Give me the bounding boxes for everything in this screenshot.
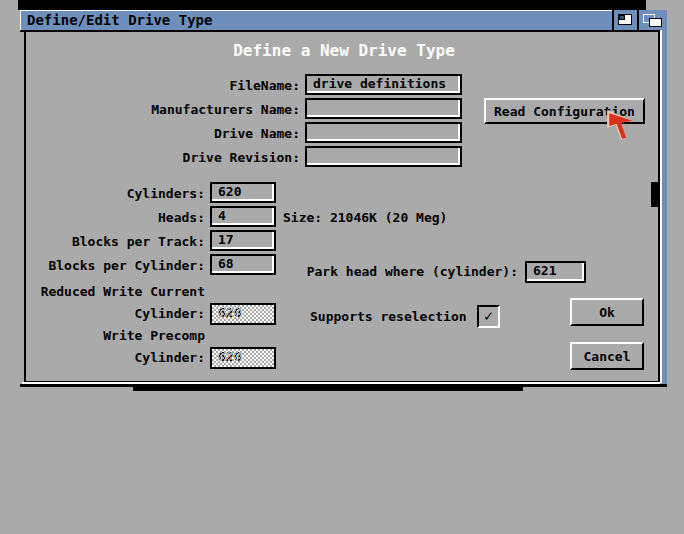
titlebar-bottom-border [20, 30, 667, 32]
window-bottom-border [20, 384, 667, 387]
screen-top-strip [18, 0, 646, 10]
ok-button[interactable]: Ok [570, 298, 644, 326]
define-edit-drive-type-window: Define/Edit Drive Type Define a New Driv… [20, 10, 667, 387]
cylinders-label: Cylinders: [20, 183, 205, 204]
filename-label: FileName: [60, 75, 300, 96]
window-title: Define/Edit Drive Type [20, 10, 612, 30]
manufacturer-label: Manufacturers Name: [60, 99, 300, 120]
size-readout: Size: 21046K (20 Meg) [283, 207, 447, 228]
zoom-icon [618, 14, 632, 25]
supports-reselection-checkbox[interactable]: ✓ [477, 305, 500, 328]
park-head-label: Park head where (cylinder): [260, 261, 518, 283]
filename-field[interactable]: drive definitions [305, 74, 462, 95]
read-configuration-button[interactable]: Read Configuration [484, 98, 645, 124]
drive-name-field[interactable] [305, 122, 462, 143]
heads-label: Heads: [20, 207, 205, 228]
reduced-write-current-field: 620 [210, 303, 276, 325]
window-depth-button[interactable] [639, 10, 667, 30]
titlebar[interactable]: Define/Edit Drive Type [20, 10, 667, 30]
drive-revision-field[interactable] [305, 146, 462, 167]
manufacturer-field[interactable] [305, 98, 462, 119]
drive-name-label: Drive Name: [60, 123, 300, 144]
depth-icon [639, 10, 667, 30]
reduced-write-current-label-line2: Cylinder: [20, 303, 205, 325]
supports-reselection-label: Supports reselection [310, 305, 467, 328]
write-precomp-label-line1: Write Precomp [20, 328, 205, 344]
cylinders-field[interactable]: 620 [210, 182, 276, 203]
blocks-per-track-label: Blocks per Track: [20, 231, 205, 252]
reduced-write-current-label-line1: Reduced Write Current [20, 284, 205, 300]
right-border-mark [651, 182, 659, 207]
cancel-button[interactable]: Cancel [570, 342, 644, 370]
window-right-border [662, 30, 667, 387]
heads-field[interactable]: 4 [210, 206, 276, 227]
write-precomp-label-line2: Cylinder: [20, 347, 205, 369]
write-precomp-field: 620 [210, 347, 276, 369]
window-zoom-button[interactable] [614, 10, 637, 30]
blocks-per-cylinder-label: Blocks per Cylinder: [20, 255, 205, 276]
park-head-field[interactable]: 621 [525, 261, 586, 283]
dialog-heading: Define a New Drive Type [44, 41, 644, 61]
checkmark-icon: ✓ [484, 307, 493, 325]
blocks-per-track-field[interactable]: 17 [210, 230, 276, 251]
drive-revision-label: Drive Revision: [60, 147, 300, 168]
window-shadow-bar [133, 387, 523, 391]
